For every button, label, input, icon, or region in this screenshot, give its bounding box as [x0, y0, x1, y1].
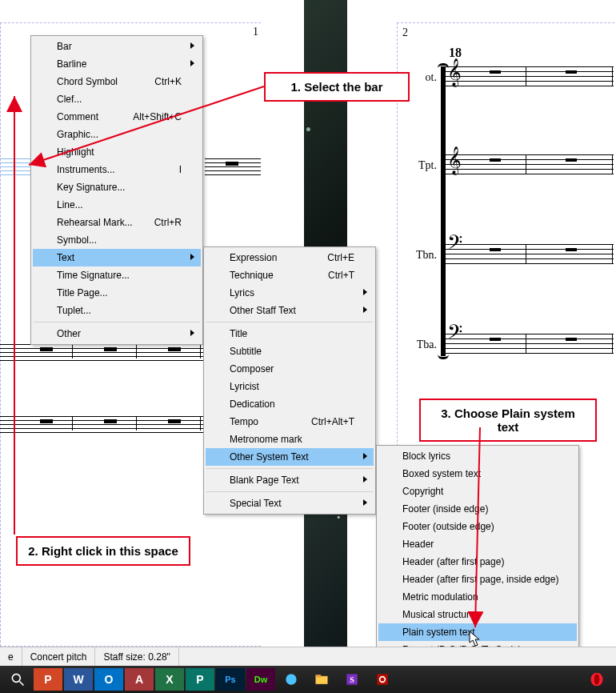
menu-item-tuplet[interactable]: Tuplet... — [33, 302, 201, 319]
submenu-arrow-icon — [190, 42, 194, 49]
menu-item-lyrics[interactable]: Lyrics — [206, 284, 374, 302]
submenu-text[interactable]: ExpressionCtrl+E TechniqueCtrl+T Lyrics … — [203, 246, 376, 515]
staff-tpt: 𝄞 — [446, 154, 614, 178]
context-menu-main[interactable]: Bar Barline Chord SymbolCtrl+K Clef... C… — [30, 35, 203, 345]
menu-item-footer-inside-edge[interactable]: Footer (inside edge) — [378, 500, 577, 518]
search-icon[interactable] — [3, 668, 32, 691]
menu-item-line[interactable]: Line... — [33, 196, 201, 214]
menu-item-other-staff-text[interactable]: Other Staff Text — [206, 302, 374, 319]
treble-clef-icon: 𝄞 — [447, 148, 462, 172]
windows-taskbar[interactable]: P W O A X P Ps Dw S — [0, 666, 616, 693]
system-number-right: 2 — [402, 26, 408, 39]
menu-item-subtitle[interactable]: Subtitle — [206, 342, 374, 360]
submenu-arrow-icon — [363, 453, 367, 459]
menu-item-metric-modulation[interactable]: Metric modulation — [378, 588, 577, 606]
menu-separator — [34, 322, 200, 322]
menu-item-bar[interactable]: Bar — [33, 38, 201, 55]
menu-item-other[interactable]: Other — [33, 325, 201, 342]
menu-item-other-system-text[interactable]: Other System Text — [206, 448, 374, 466]
menu-item-dedication[interactable]: Dedication — [206, 395, 374, 413]
status-concert-pitch[interactable]: Concert pitch — [22, 647, 96, 666]
callout-3: 3. Choose Plain system text — [419, 399, 597, 442]
submenu-arrow-icon — [190, 330, 194, 336]
treble-clef-icon: 𝄞 — [447, 60, 462, 84]
menu-item-header-after-first-inside[interactable]: Header (after first page, inside edge) — [378, 571, 577, 588]
menu-item-expression[interactable]: ExpressionCtrl+E — [206, 249, 374, 266]
menu-item-title[interactable]: Title — [206, 325, 374, 342]
menu-item-graphic[interactable]: Graphic... — [33, 126, 201, 143]
publisher-icon[interactable]: P — [186, 668, 214, 691]
menu-item-lyricist[interactable]: Lyricist — [206, 378, 374, 395]
svg-rect-10 — [377, 674, 387, 684]
inst-label-0: ot. — [426, 71, 437, 84]
menu-item-boxed-system-text[interactable]: Boxed system text — [378, 465, 577, 483]
submenu-arrow-icon — [363, 289, 367, 295]
menu-item-header[interactable]: Header — [378, 535, 577, 553]
menu-item-title-page[interactable]: Title Page... — [33, 284, 201, 302]
submenu-arrow-icon — [190, 254, 194, 260]
menu-item-technique[interactable]: TechniqueCtrl+T — [206, 266, 374, 284]
submenu-arrow-icon — [190, 60, 194, 66]
menu-item-rehearsal-mark[interactable]: Rehearsal Mark...Ctrl+R — [33, 214, 201, 231]
staff-ot: 𝄞 — [446, 66, 614, 90]
menu-item-instruments[interactable]: Instruments...I — [33, 161, 201, 178]
menu-item-clef[interactable]: Clef... — [33, 90, 201, 108]
menu-item-metronome-mark[interactable]: Metronome mark — [206, 431, 374, 448]
reader-icon[interactable] — [368, 668, 397, 691]
menu-separator — [206, 322, 373, 322]
callout-1: 1. Select the bar — [264, 72, 410, 102]
menu-item-footer-outside-edge[interactable]: Footer (outside edge) — [378, 518, 577, 535]
status-staff-size[interactable]: Staff size: 0.28" — [95, 647, 178, 666]
menu-separator — [206, 468, 373, 469]
inst-label-2: Tbn. — [416, 249, 437, 262]
menu-item-highlight[interactable]: Highlight — [33, 143, 201, 161]
staff-tba: 𝄢 — [446, 334, 614, 358]
svg-line-4 — [20, 682, 24, 686]
menu-item-barline[interactable]: Barline — [33, 55, 201, 73]
submenu-arrow-icon — [363, 306, 367, 313]
menu-separator — [206, 491, 373, 492]
inst-label-3: Tba. — [417, 338, 437, 351]
menu-item-copyright[interactable]: Copyright — [378, 483, 577, 500]
menu-item-musical-structure[interactable]: Musical structure — [378, 606, 577, 623]
menu-item-text[interactable]: Text — [33, 249, 201, 266]
left-staff-peek — [0, 158, 32, 175]
menu-item-block-lyrics[interactable]: Block lyrics — [378, 447, 577, 465]
word-icon[interactable]: W — [64, 668, 93, 691]
status-bar: e Concert pitch Staff size: 0.28" — [0, 647, 616, 666]
powerpoint-icon[interactable]: P — [34, 668, 62, 691]
menu-item-chord-symbol[interactable]: Chord SymbolCtrl+K — [33, 73, 201, 90]
dreamweaver-icon[interactable]: Dw — [246, 668, 275, 691]
svg-text:S: S — [350, 675, 354, 684]
menu-item-time-signature[interactable]: Time Signature... — [33, 266, 201, 284]
callout-2: 2. Right click in this space — [16, 536, 190, 566]
menu-item-special-text[interactable]: Special Text — [206, 495, 374, 512]
inst-label-1: Tpt. — [418, 159, 437, 172]
excel-icon[interactable]: X — [155, 668, 184, 691]
file-explorer-icon[interactable] — [307, 668, 336, 691]
svg-point-3 — [12, 674, 20, 682]
svg-point-5 — [286, 674, 296, 684]
app-icon[interactable] — [277, 668, 306, 691]
bass-clef-icon: 𝄢 — [447, 322, 462, 346]
menu-item-composer[interactable]: Composer — [206, 360, 374, 378]
menu-item-key-signature[interactable]: Key Signature... — [33, 178, 201, 196]
bass-clef-icon: 𝄢 — [447, 233, 462, 257]
outlook-icon[interactable]: O — [94, 668, 123, 691]
menu-item-tempo[interactable]: TempoCtrl+Alt+T — [206, 413, 374, 431]
status-seg-1: e — [0, 647, 22, 666]
menu-item-plain-system-text[interactable]: Plain system text — [378, 623, 577, 641]
opera-icon[interactable] — [582, 668, 611, 691]
svg-point-13 — [594, 674, 600, 684]
access-icon[interactable]: A — [125, 668, 154, 691]
photoshop-icon[interactable]: Ps — [216, 668, 245, 691]
menu-item-comment[interactable]: CommentAlt+Shift+C — [33, 108, 201, 126]
submenu-arrow-icon — [363, 476, 367, 483]
menu-item-symbol[interactable]: Symbol... — [33, 231, 201, 249]
submenu-other-system-text[interactable]: Block lyrics Boxed system text Copyright… — [376, 445, 579, 679]
menu-item-blank-page-text[interactable]: Blank Page Text — [206, 471, 374, 489]
sibelius-icon[interactable]: S — [338, 668, 366, 691]
menu-item-header-after-first[interactable]: Header (after first page) — [378, 553, 577, 571]
staff-tbn: 𝄢 — [446, 244, 614, 268]
submenu-arrow-icon — [363, 499, 367, 506]
